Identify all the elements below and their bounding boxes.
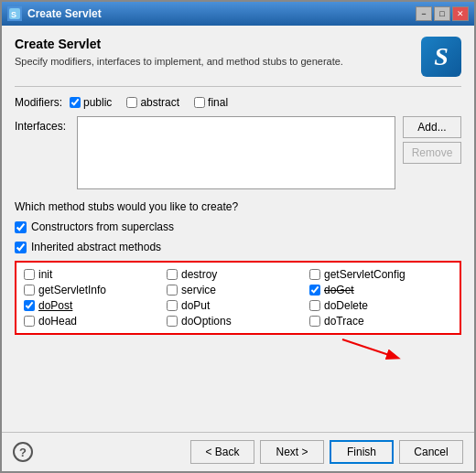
- help-button[interactable]: ?: [13, 442, 33, 462]
- method-destroy-checkbox[interactable]: [167, 269, 178, 280]
- back-button[interactable]: < Back: [190, 440, 254, 464]
- dialog-content: Create Servlet Specify modifiers, interf…: [2, 26, 474, 432]
- methods-container: init destroy getServletConfig getServlet…: [15, 261, 461, 335]
- method-destroy-label: destroy: [181, 268, 217, 281]
- window-icon: S: [7, 6, 22, 21]
- method-question: Which method stubs would you like to cre…: [15, 200, 461, 213]
- modifier-abstract: abstract: [126, 96, 183, 109]
- constructors-checkbox-row: Constructors from superclass: [15, 220, 461, 233]
- method-init-checkbox[interactable]: [24, 269, 35, 280]
- svg-line-2: [342, 339, 397, 358]
- method-dodelete-checkbox[interactable]: [309, 300, 320, 311]
- title-bar-left: S Create Servlet: [7, 6, 102, 21]
- modifier-public: public: [70, 96, 115, 109]
- method-dotrace-label: doTrace: [324, 315, 364, 328]
- method-doHead: doHead: [24, 315, 167, 328]
- method-getservletinfo-label: getServletInfo: [38, 284, 106, 296]
- method-doTrace: doTrace: [309, 315, 452, 328]
- interfaces-row: Interfaces: Add... Remove: [15, 116, 461, 189]
- header-section: Create Servlet Specify modifiers, interf…: [15, 37, 461, 77]
- next-button[interactable]: Next >: [260, 440, 324, 464]
- finish-button[interactable]: Finish: [330, 440, 394, 464]
- method-init-label: init: [38, 268, 52, 281]
- dialog-footer: ? < Back Next > Finish Cancel: [2, 432, 474, 471]
- main-window: S Create Servlet − □ ✕ Create Servlet Sp…: [0, 0, 476, 473]
- title-bar: S Create Servlet − □ ✕: [2, 2, 474, 26]
- remove-interface-button[interactable]: Remove: [403, 142, 461, 164]
- method-doput-checkbox[interactable]: [167, 300, 178, 311]
- method-doPut: doPut: [167, 299, 309, 312]
- window-title: Create Servlet: [27, 7, 102, 20]
- method-dooptions-checkbox[interactable]: [167, 316, 178, 327]
- methods-grid: init destroy getServletConfig getServlet…: [15, 261, 461, 335]
- modifier-abstract-checkbox[interactable]: [126, 97, 137, 108]
- add-interface-button[interactable]: Add...: [403, 116, 461, 138]
- method-doPost: doPost: [24, 299, 167, 312]
- method-init: init: [24, 268, 167, 281]
- method-dotrace-checkbox[interactable]: [309, 316, 320, 327]
- modifier-public-checkbox[interactable]: [70, 97, 81, 108]
- servlet-logo: S: [421, 37, 461, 77]
- method-dodelete-label: doDelete: [324, 299, 368, 312]
- method-dopost-label: doPost: [38, 299, 72, 312]
- method-service: service: [167, 284, 309, 296]
- dialog-description: Specify modifiers, interfaces to impleme…: [15, 55, 343, 69]
- method-getservletconfig-checkbox[interactable]: [309, 269, 320, 280]
- method-service-label: service: [181, 284, 216, 296]
- red-arrow-icon: [338, 335, 411, 362]
- modifier-final-checkbox[interactable]: [194, 97, 205, 108]
- dialog-title: Create Servlet: [15, 37, 343, 51]
- modifiers-label: Modifiers:: [15, 96, 62, 109]
- method-getServletInfo: getServletInfo: [24, 284, 167, 296]
- inherited-label: Inherited abstract methods: [31, 241, 161, 253]
- modifiers-row: Modifiers: public abstract final: [15, 96, 461, 109]
- method-doGet: doGet: [309, 284, 452, 296]
- interfaces-listbox[interactable]: [77, 116, 395, 189]
- minimize-button[interactable]: −: [416, 6, 432, 21]
- method-doget-checkbox[interactable]: [309, 285, 320, 296]
- interfaces-label: Interfaces:: [15, 116, 70, 133]
- modifier-abstract-label: abstract: [140, 96, 179, 109]
- interfaces-buttons: Add... Remove: [403, 116, 461, 164]
- method-dopost-checkbox[interactable]: [24, 300, 35, 311]
- inherited-checkbox-row: Inherited abstract methods: [15, 241, 461, 253]
- s-letter: S: [434, 42, 449, 71]
- cancel-button[interactable]: Cancel: [399, 440, 463, 464]
- method-dohead-label: doHead: [38, 315, 77, 328]
- svg-text:S: S: [11, 10, 16, 19]
- constructors-label: Constructors from superclass: [31, 220, 174, 233]
- method-doget-label: doGet: [324, 284, 354, 296]
- method-getservletconfig-label: getServletConfig: [324, 268, 406, 281]
- modifier-final-label: final: [208, 96, 228, 109]
- method-doput-label: doPut: [181, 299, 210, 312]
- method-destroy: destroy: [167, 268, 309, 281]
- constructors-checkbox[interactable]: [15, 221, 27, 233]
- method-service-checkbox[interactable]: [167, 285, 178, 296]
- method-getServletConfig: getServletConfig: [309, 268, 452, 281]
- method-doOptions: doOptions: [167, 315, 309, 328]
- modifier-final: final: [194, 96, 232, 109]
- footer-buttons: < Back Next > Finish Cancel: [190, 440, 463, 464]
- inherited-checkbox[interactable]: [15, 242, 27, 253]
- modifier-public-label: public: [83, 96, 112, 109]
- maximize-button[interactable]: □: [434, 6, 450, 21]
- header-text: Create Servlet Specify modifiers, interf…: [15, 37, 343, 69]
- title-bar-buttons: − □ ✕: [416, 6, 469, 21]
- close-button[interactable]: ✕: [452, 6, 469, 21]
- method-doDelete: doDelete: [309, 299, 452, 312]
- method-getservletinfo-checkbox[interactable]: [24, 285, 35, 296]
- method-dohead-checkbox[interactable]: [24, 316, 35, 327]
- method-dooptions-label: doOptions: [181, 315, 232, 328]
- divider-1: [15, 86, 461, 87]
